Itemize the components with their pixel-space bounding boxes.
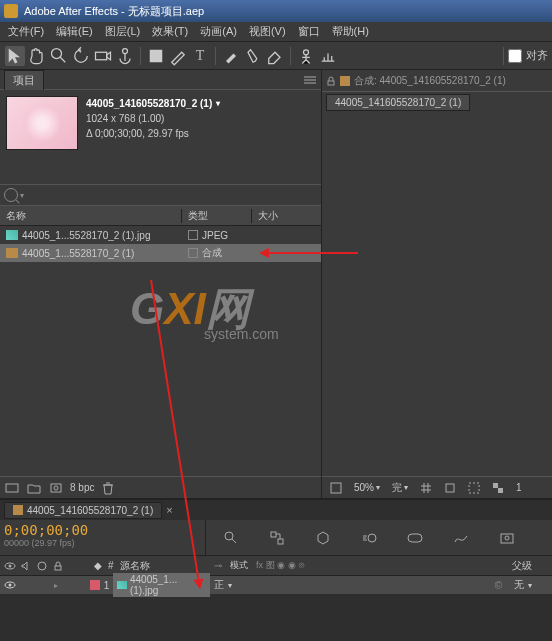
anchor-tool[interactable]: [115, 46, 135, 66]
project-panel: 项目 44005_141605528170_2 (1) 1024 x 768 (…: [0, 70, 322, 498]
label-column-icon[interactable]: ◆: [94, 560, 102, 571]
audio-column-icon[interactable]: [20, 560, 32, 572]
composition-header: 合成: 44005_141605528170_2 (1): [322, 70, 552, 92]
graph-tool[interactable]: [318, 46, 338, 66]
zoom-level[interactable]: 50%▾: [350, 482, 384, 493]
camera-tool[interactable]: [93, 46, 113, 66]
menu-window[interactable]: 窗口: [292, 22, 326, 41]
list-item[interactable]: 44005_1...5528170_2 (1) 合成: [0, 244, 321, 262]
source-name-label[interactable]: 源名称: [120, 559, 150, 573]
transparency-button[interactable]: [488, 482, 508, 494]
menu-edit[interactable]: 编辑(E): [50, 22, 99, 41]
viewer-footer: 50%▾ 完▾ 1: [322, 476, 552, 498]
close-tab-icon[interactable]: ×: [166, 504, 172, 516]
comp-color-icon: [13, 505, 23, 515]
project-list[interactable]: 44005_1...5528170_2 (1).jpg JPEG 44005_1…: [0, 226, 321, 476]
comp-file-icon: [6, 248, 18, 258]
svg-rect-8: [328, 81, 334, 85]
menu-effect[interactable]: 效果(T): [146, 22, 194, 41]
selection-tool[interactable]: [5, 46, 25, 66]
snapshot-icon[interactable]: [498, 530, 516, 546]
svg-point-14: [225, 532, 233, 540]
composition-viewer[interactable]: [322, 112, 552, 476]
svg-point-7: [54, 486, 58, 490]
graph-editor-icon[interactable]: [452, 530, 470, 546]
motion-blur-icon[interactable]: [360, 530, 378, 546]
col-name[interactable]: 名称: [0, 209, 182, 223]
svg-rect-11: [469, 483, 479, 493]
visibility-column-icon[interactable]: [4, 560, 16, 572]
blend-mode-dropdown[interactable]: 正: [214, 578, 224, 592]
layer-visibility-toggle[interactable]: [4, 579, 16, 591]
clone-tool[interactable]: [243, 46, 263, 66]
svg-rect-16: [278, 539, 283, 544]
rect-tool[interactable]: [146, 46, 166, 66]
svg-rect-10: [446, 484, 454, 492]
image-file-icon: [6, 230, 18, 240]
item-thumbnail[interactable]: [6, 96, 78, 150]
eraser-tool[interactable]: [265, 46, 285, 66]
expand-layer-icon[interactable]: ▸: [54, 581, 58, 590]
region-button[interactable]: [464, 482, 484, 494]
interpret-button[interactable]: [4, 481, 20, 495]
svg-rect-3: [150, 49, 163, 62]
mode-label[interactable]: 模式: [230, 559, 248, 572]
svg-point-2: [123, 48, 128, 53]
search-layers-icon[interactable]: [222, 530, 240, 546]
svg-point-25: [9, 584, 12, 587]
text-tool[interactable]: T: [190, 46, 210, 66]
menu-view[interactable]: 视图(V): [243, 22, 292, 41]
menu-help[interactable]: 帮助(H): [326, 22, 375, 41]
col-size[interactable]: 大小: [252, 209, 321, 223]
current-timecode[interactable]: 0;00;00;00: [4, 522, 201, 538]
grid-button[interactable]: [416, 482, 436, 494]
composition-tab[interactable]: 44005_141605528170_2 (1): [326, 94, 470, 111]
layer-name[interactable]: 44005_1... (1).jpg: [113, 573, 210, 597]
timeline-layer-row[interactable]: ▸ 1 44005_1... (1).jpg 正 ▾ © 无 ▾: [0, 576, 552, 594]
trash-button[interactable]: [100, 481, 116, 495]
bpc-label[interactable]: 8 bpc: [70, 482, 94, 493]
menu-animation[interactable]: 动画(A): [194, 22, 243, 41]
svg-point-17: [368, 534, 376, 542]
resolution-dropdown[interactable]: 完▾: [388, 481, 412, 495]
col-type[interactable]: 类型: [182, 209, 252, 223]
image-layer-icon: [117, 581, 127, 589]
parent-label[interactable]: 父级: [512, 559, 532, 573]
lock-column-icon[interactable]: [52, 560, 64, 572]
zoom-tool[interactable]: [49, 46, 69, 66]
search-icon[interactable]: [4, 188, 18, 202]
item-duration: Δ 0;00;30;00, 29.97 fps: [86, 126, 189, 141]
align-checkbox[interactable]: [508, 49, 522, 63]
draft-toggle[interactable]: [326, 482, 346, 494]
project-tab[interactable]: 项目: [4, 70, 44, 90]
timeline-panel: 44005_141605528170_2 (1) × 0;00;00;00 00…: [0, 498, 552, 641]
menu-file[interactable]: 文件(F): [2, 22, 50, 41]
panel-menu-icon[interactable]: [303, 75, 317, 85]
mask-button[interactable]: [440, 482, 460, 494]
comp-mini-flow-icon[interactable]: [268, 530, 286, 546]
svg-point-0: [52, 48, 62, 58]
list-item[interactable]: 44005_1...5528170_2 (1).jpg JPEG: [0, 226, 321, 244]
solo-column-icon[interactable]: [36, 560, 48, 572]
layer-color-icon[interactable]: [90, 580, 100, 590]
rotate-tool[interactable]: [71, 46, 91, 66]
lock-icon[interactable]: [326, 76, 336, 86]
camera-count[interactable]: 1: [512, 482, 526, 493]
draft3d-icon[interactable]: [314, 530, 332, 546]
window-title: Adobe After Effects - 无标题项目.aep: [24, 4, 204, 19]
pen-tool[interactable]: [168, 46, 188, 66]
parent-dropdown[interactable]: 无: [514, 578, 524, 592]
search-dropdown-icon[interactable]: ▾: [20, 191, 24, 200]
item-name: 44005_141605528170_2 (1): [86, 96, 220, 111]
project-panel-footer: 8 bpc: [0, 476, 321, 498]
hand-tool[interactable]: [27, 46, 47, 66]
layer-index: 1: [104, 580, 110, 591]
brain-icon[interactable]: [406, 530, 424, 546]
new-comp-button[interactable]: [48, 481, 64, 495]
new-folder-button[interactable]: [26, 481, 42, 495]
menu-layer[interactable]: 图层(L): [99, 22, 146, 41]
brush-tool[interactable]: [221, 46, 241, 66]
menubar: 文件(F) 编辑(E) 图层(L) 效果(T) 动画(A) 视图(V) 窗口 帮…: [0, 22, 552, 42]
puppet-tool[interactable]: [296, 46, 316, 66]
timeline-tab[interactable]: 44005_141605528170_2 (1): [4, 502, 162, 519]
